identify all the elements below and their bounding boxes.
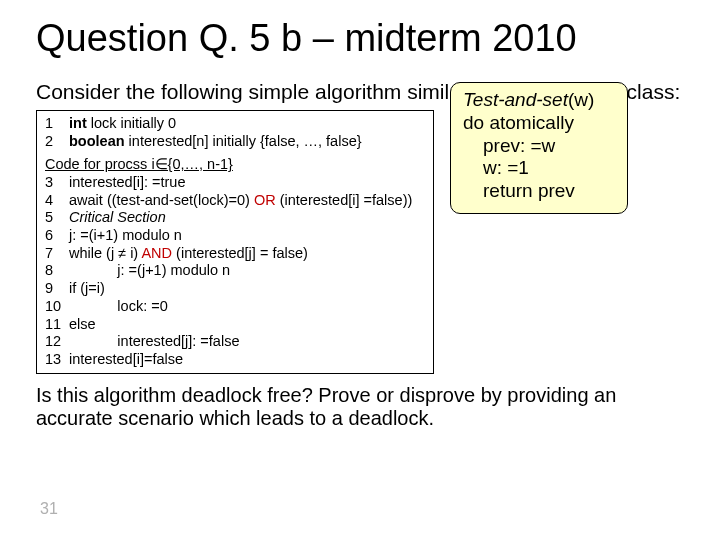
line-number: 6 xyxy=(45,227,69,245)
code-text: j: =(j+1) modulo n xyxy=(69,262,425,280)
line-number: 11 xyxy=(45,316,69,334)
tas-line: do atomically xyxy=(463,112,615,135)
tas-line: w: =1 xyxy=(463,157,615,180)
code-line: 8 j: =(j+1) modulo n xyxy=(45,262,425,280)
code-line: 3 interested[i]: =true xyxy=(45,174,425,192)
code-line: 7 while (j ≠ i) AND (interested[j] = fal… xyxy=(45,245,425,263)
closing-question: Is this algorithm deadlock free? Prove o… xyxy=(36,384,684,430)
slide: Question Q. 5 b – midterm 2010 Consider … xyxy=(0,0,720,540)
code-text: while (j ≠ i) AND (interested[j] = false… xyxy=(69,245,425,263)
code-text: boolean interested[n] initially {false, … xyxy=(69,133,425,151)
code-text: Critical Section xyxy=(69,209,425,227)
line-number: 12 xyxy=(45,333,69,351)
algorithm-box: 1 int lock initially 0 2 boolean interes… xyxy=(36,110,434,374)
code-text: interested[i]=false xyxy=(69,351,425,369)
line-number: 7 xyxy=(45,245,69,263)
code-line: 4 await ((test-and-set(lock)=0) OR (inte… xyxy=(45,192,425,210)
line-number: 10 xyxy=(45,298,69,316)
line-number: 13 xyxy=(45,351,69,369)
code-text: j: =(i+1) modulo n xyxy=(69,227,425,245)
tas-line: return prev xyxy=(463,180,615,203)
code-line: 13 interested[i]=false xyxy=(45,351,425,369)
decl-line: 2 boolean interested[n] initially {false… xyxy=(45,133,425,151)
line-number: 8 xyxy=(45,262,69,280)
line-number: 4 xyxy=(45,192,69,210)
code-text: lock: =0 xyxy=(69,298,425,316)
line-number: 1 xyxy=(45,115,69,133)
tas-title: Test-and-set(w) xyxy=(463,89,615,112)
code-text: await ((test-and-set(lock)=0) OR (intere… xyxy=(69,192,425,210)
code-line: 12 interested[j]: =false xyxy=(45,333,425,351)
code-line: 11 else xyxy=(45,316,425,334)
slide-title: Question Q. 5 b – midterm 2010 xyxy=(36,18,684,60)
line-number: 2 xyxy=(45,133,69,151)
code-text: interested[i]: =true xyxy=(69,174,425,192)
page-number: 31 xyxy=(40,500,58,518)
code-line: 10 lock: =0 xyxy=(45,298,425,316)
process-header: Code for procss i∈{0,…, n-1} xyxy=(45,156,425,174)
code-text: if (j=i) xyxy=(69,280,425,298)
line-number: 3 xyxy=(45,174,69,192)
code-text: int lock initially 0 xyxy=(69,115,425,133)
code-line: 5 Critical Section xyxy=(45,209,425,227)
code-text: else xyxy=(69,316,425,334)
test-and-set-box: Test-and-set(w) do atomically prev: =w w… xyxy=(450,82,628,214)
tas-line: prev: =w xyxy=(463,135,615,158)
line-number: 5 xyxy=(45,209,69,227)
code-text: interested[j]: =false xyxy=(69,333,425,351)
code-line: 6 j: =(i+1) modulo n xyxy=(45,227,425,245)
decl-line: 1 int lock initially 0 xyxy=(45,115,425,133)
code-line: 9 if (j=i) xyxy=(45,280,425,298)
line-number: 9 xyxy=(45,280,69,298)
content-row: 1 int lock initially 0 2 boolean interes… xyxy=(36,108,684,374)
